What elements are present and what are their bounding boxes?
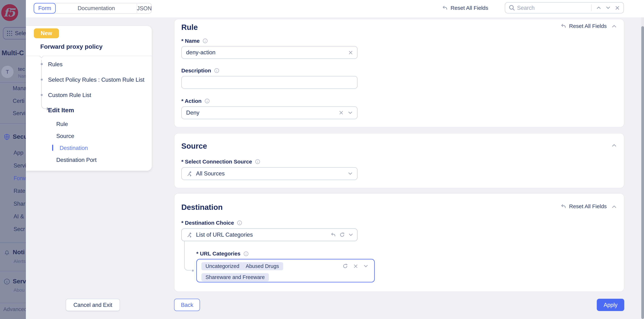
wizard-nav-panel: New Forward proxy policy Rules Select Po… (26, 26, 152, 171)
wizard-substep-rule[interactable]: Rule (56, 121, 68, 127)
destination-choice-value: List of URL Categories (196, 229, 253, 241)
wizard-substep-destination[interactable]: Destination (60, 145, 88, 151)
sidebar-divider (0, 303, 26, 303)
category-tag[interactable]: Uncategorized (202, 262, 244, 270)
chevron-down-icon[interactable] (348, 168, 353, 180)
undo-icon[interactable] (330, 229, 336, 241)
back-button[interactable]: Back (174, 299, 200, 311)
destination-reset-fields-button[interactable]: Reset All Fields (560, 203, 607, 209)
select-service-label: Sele (15, 30, 26, 36)
modal-body: New Forward proxy policy Rules Select Po… (26, 17, 644, 319)
step-dot (41, 94, 43, 96)
info-icon[interactable] (237, 220, 242, 226)
reset-fields-label: Reset All Fields (569, 203, 607, 209)
select-service-button: Sele (3, 27, 26, 40)
destination-choice-label: * Destination Choice (181, 220, 242, 226)
connection-source-label: * Select Connection Source (181, 159, 260, 165)
category-tag[interactable]: Abused Drugs (242, 262, 283, 270)
scrollbar-thumb[interactable] (641, 26, 644, 319)
active-substep-bar (52, 145, 53, 151)
wizard-step-edit-item[interactable]: Edit Item (48, 107, 74, 114)
branch-icon (186, 229, 193, 241)
search-next-button[interactable] (604, 5, 613, 11)
url-categories-multiselect[interactable]: Uncategorized Abused Drugs Shareware and… (196, 259, 375, 283)
description-field-label: Description (181, 68, 219, 74)
chevron-down-icon[interactable] (363, 259, 368, 273)
sidebar-item-forward-proxy: Forw (14, 175, 26, 181)
tab-documentation[interactable]: Documentation (56, 3, 136, 13)
forward-proxy-policy-modal: Form Documentation JSON Reset All Fields (26, 0, 644, 319)
info-icon[interactable] (202, 38, 208, 44)
search-prev-button[interactable] (594, 5, 604, 11)
clear-action-icon[interactable] (339, 107, 344, 119)
f5-logo: f5 (1, 4, 18, 21)
wizard-title: Forward proxy policy (40, 43, 102, 50)
sidebar-notifications-subtitle: Alerts (14, 258, 26, 264)
info-icon[interactable] (204, 98, 210, 104)
action-select-value: Deny (186, 107, 200, 119)
refresh-icon[interactable] (342, 259, 348, 273)
collapse-section-button[interactable] (611, 142, 617, 148)
app-root: f5 Sele Multi-C T tec Nam Mana Certi Ser… (0, 0, 644, 319)
description-input-box (181, 76, 358, 89)
description-input[interactable] (182, 76, 357, 88)
sidebar-item-manage: Mana (13, 85, 26, 91)
destination-choice-select[interactable]: List of URL Categories (181, 228, 358, 241)
sidebar-item-app: App (14, 150, 24, 156)
source-section-card: Source * Select Connection Source (174, 133, 624, 188)
search-icon (505, 5, 517, 11)
collapse-section-button[interactable] (611, 23, 617, 29)
sidebar-divider (0, 123, 26, 124)
sidebar-item-ai: AI & (14, 213, 24, 220)
sidebar-item-rate: Rate (14, 188, 25, 194)
undo-icon (442, 5, 448, 11)
sidebar-item-service: Servi (13, 110, 25, 116)
collapse-section-button[interactable] (611, 204, 617, 210)
name-field-label: * Name (181, 38, 208, 44)
name-input[interactable] (182, 47, 357, 59)
info-icon[interactable] (244, 251, 249, 256)
wizard-step-select-policy-rules[interactable]: Select Policy Rules : Custom Rule List (48, 77, 144, 83)
reset-all-fields-button[interactable]: Reset All Fields (442, 5, 488, 11)
chevron-down-icon[interactable] (348, 229, 354, 241)
refresh-icon[interactable] (340, 229, 345, 241)
destination-section-title: Destination (181, 203, 223, 212)
sidebar-divider (0, 82, 26, 83)
panel-divider-notch (39, 54, 44, 58)
clear-name-icon[interactable] (348, 47, 353, 59)
step-dot (41, 79, 43, 81)
sidebar-item-shared: Shar (14, 201, 25, 207)
tab-form[interactable]: Form (34, 3, 56, 14)
connection-source-select[interactable]: All Sources (181, 167, 358, 180)
tenant-subtitle: Nam (18, 74, 26, 79)
search-input[interactable] (517, 5, 590, 11)
sidebar-item-secrets: Secr (14, 226, 25, 232)
wizard-substep-destination-port[interactable]: Destination Port (56, 157, 97, 163)
info-icon[interactable] (255, 159, 260, 164)
category-tag[interactable]: Shareware and Freeware (202, 273, 269, 281)
wizard-substep-source[interactable]: Source (56, 133, 74, 139)
wizard-step-rules[interactable]: Rules (48, 61, 62, 68)
sidebar-item-certificates: Certi (13, 98, 24, 104)
step-dot (41, 63, 43, 65)
cancel-and-exit-button[interactable]: Cancel and Exit (66, 299, 120, 311)
tab-json[interactable]: JSON (137, 3, 152, 14)
tenant-name: tec (18, 66, 25, 72)
action-select[interactable]: Deny (181, 106, 358, 119)
source-section-title: Source (181, 142, 207, 150)
tenant-avatar: T (1, 66, 14, 78)
search-box (505, 2, 624, 13)
wizard-tree-line (41, 60, 47, 109)
new-badge: New (34, 29, 59, 38)
grid-icon (7, 31, 12, 36)
shield-icon (4, 134, 10, 140)
chevron-down-icon[interactable] (348, 107, 353, 119)
info-icon (4, 278, 10, 285)
wizard-step-custom-rule-list[interactable]: Custom Rule List (48, 92, 91, 99)
info-icon[interactable] (214, 68, 220, 73)
sidebar-item-service-policies: Servi (14, 162, 26, 169)
clear-categories-icon[interactable] (353, 259, 358, 273)
search-clear-button[interactable] (613, 6, 624, 10)
apply-button[interactable]: Apply (597, 299, 624, 311)
rule-reset-fields-button[interactable]: Reset All Fields (560, 23, 607, 29)
